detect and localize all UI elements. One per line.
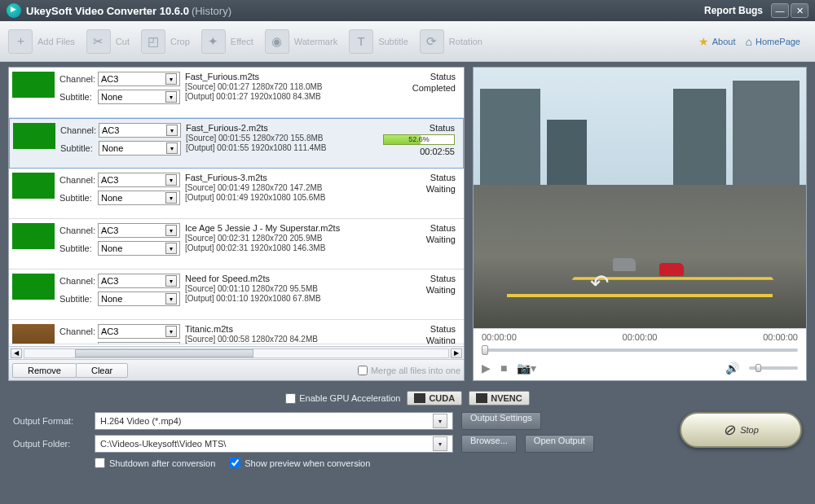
nvenc-badge[interactable]: NVENC — [469, 391, 530, 405]
effect-icon: ✦ — [201, 29, 226, 54]
volume-handle[interactable] — [756, 364, 761, 372]
cuda-badge[interactable]: CUDA — [407, 391, 462, 405]
status-header: Status — [430, 324, 456, 334]
file-thumbnail — [12, 274, 55, 300]
volume-slider[interactable] — [749, 366, 798, 370]
time-display: 00:00:00 00:00:00 00:00:00 — [474, 328, 806, 344]
merge-checkbox[interactable]: Merge all files into one — [358, 366, 460, 375]
cut-button[interactable]: ✂Cut — [83, 26, 138, 57]
rotation-icon: ⟳ — [420, 29, 444, 54]
time-mid: 00:00:00 — [623, 332, 658, 342]
file-source-info: [Source] 00:02:31 1280x720 205.9MB — [185, 234, 379, 243]
file-name: Need for Speed.m2ts — [185, 274, 379, 283]
play-button[interactable]: ▶ — [482, 362, 491, 375]
file-row[interactable]: Channel: AC3▾ Subtitle: None▾ Fast_Furio… — [9, 68, 464, 118]
preview-checkbox[interactable]: Show preview when conversion — [230, 458, 370, 468]
app-logo-icon — [7, 3, 21, 18]
history-label[interactable]: (History) — [192, 5, 231, 17]
preview-panel: ↶ 00:00:00 00:00:00 00:00:00 ▶ ■ 📷▾ 🔊 — [473, 67, 807, 381]
output-format-label: Output Format: — [13, 416, 86, 426]
progress-bar: 52.6% — [383, 134, 455, 145]
subtitle-label: Subtitle: — [60, 143, 96, 153]
chevron-down-icon: ▾ — [165, 174, 177, 186]
channel-label: Channel: — [59, 74, 95, 84]
list-footer: Remove Clear Merge all files into one — [9, 359, 464, 380]
output-format-select[interactable]: H.264 Video (*.mp4)▾ — [95, 412, 453, 430]
output-folder-select[interactable]: C:\Videos-Ukeysoft\Video MTS\▾ — [95, 435, 453, 453]
add-files-icon: ＋ — [8, 29, 33, 54]
chevron-down-icon: ▾ — [166, 142, 178, 154]
player-controls: ▶ ■ 📷▾ 🔊 — [474, 356, 806, 380]
stop-button[interactable]: ⊘Stop — [680, 412, 802, 448]
rotation-button[interactable]: ⟳Rotation — [416, 26, 491, 57]
shutdown-checkbox[interactable]: Shutdown after conversion — [95, 458, 215, 468]
scroll-left-icon[interactable]: ◀ — [11, 348, 22, 358]
toolbar: ＋Add Files ✂Cut ◰Crop ✦Effect ◉Watermark… — [0, 21, 815, 62]
homepage-link[interactable]: ⌂HomePage — [745, 35, 800, 48]
chevron-down-icon: ▾ — [165, 91, 177, 103]
file-thumbnail — [12, 173, 55, 199]
volume-icon[interactable]: 🔊 — [725, 362, 739, 375]
file-output-info: [Output] 00:01:49 1920x1080 105.6MB — [185, 193, 379, 202]
effect-button[interactable]: ✦Effect — [198, 26, 262, 57]
video-preview[interactable]: ↶ — [474, 68, 806, 328]
file-name: Fast_Furious-2.m2ts — [186, 123, 378, 133]
channel-select[interactable]: AC3▾ — [98, 72, 180, 86]
subtitle-icon: T — [349, 29, 373, 54]
file-row[interactable]: Channel: AC3▾ Subtitle: None▾ Titanic.m2… — [9, 320, 464, 344]
chevron-down-icon: ▾ — [165, 225, 177, 236]
channel-label: Channel: — [59, 327, 95, 336]
horizontal-scrollbar[interactable]: ◀ ▶ — [9, 346, 464, 359]
clear-button[interactable]: Clear — [76, 363, 128, 378]
status-value: Waiting — [426, 285, 456, 295]
channel-select[interactable]: AC3▾ — [98, 173, 180, 187]
channel-select[interactable]: AC3▾ — [98, 223, 180, 238]
crop-button[interactable]: ◰Crop — [138, 26, 198, 57]
subtitle-select[interactable]: None▾ — [98, 342, 180, 344]
output-folder-label: Output Folder: — [13, 439, 86, 449]
file-name: Ice Age 5 Jessie J - My Superstar.m2ts — [185, 223, 379, 233]
subtitle-select[interactable]: None▾ — [98, 191, 180, 205]
scroll-thumb[interactable] — [75, 349, 253, 357]
add-files-button[interactable]: ＋Add Files — [5, 26, 83, 57]
seek-handle[interactable] — [482, 345, 488, 355]
channel-select[interactable]: AC3▾ — [98, 324, 180, 339]
subtitle-select[interactable]: None▾ — [99, 141, 181, 156]
app-title: UkeySoft Video Converter 10.6.0 — [26, 5, 189, 17]
channel-select[interactable]: AC3▾ — [99, 123, 181, 138]
report-bugs-link[interactable]: Report Bugs — [704, 5, 763, 16]
chevron-down-icon: ▾ — [433, 436, 447, 451]
file-source-info: [Source] 00:01:49 1280x720 147.2MB — [185, 183, 379, 192]
file-row[interactable]: Channel: AC3▾ Subtitle: None▾ Fast_Furio… — [9, 169, 464, 219]
output-settings-button[interactable]: Output Settings — [461, 412, 541, 430]
gpu-checkbox[interactable]: Enable GPU Acceleration — [285, 393, 400, 404]
subtitle-select[interactable]: None▾ — [98, 241, 180, 256]
about-link[interactable]: ★About — [698, 35, 736, 48]
channel-select[interactable]: AC3▾ — [98, 274, 180, 288]
browse-button[interactable]: Browse... — [461, 435, 517, 453]
watermark-button[interactable]: ◉Watermark — [262, 26, 346, 57]
file-name: Fast_Furious-3.m2ts — [185, 173, 379, 182]
file-name: Titanic.m2ts — [185, 324, 379, 334]
channel-label: Channel: — [60, 125, 96, 135]
stop-playback-button[interactable]: ■ — [500, 362, 507, 375]
minimize-button[interactable]: — — [771, 3, 789, 18]
chevron-down-icon: ▾ — [165, 275, 177, 287]
file-row[interactable]: Channel: AC3▾ Subtitle: None▾ Fast_Furio… — [9, 118, 464, 169]
close-button[interactable]: ✕ — [791, 3, 808, 18]
remove-button[interactable]: Remove — [12, 363, 77, 378]
seek-slider[interactable] — [474, 344, 806, 356]
subtitle-select[interactable]: None▾ — [98, 90, 180, 104]
chevron-down-icon: ▾ — [165, 243, 177, 254]
open-output-button[interactable]: Open Output — [525, 435, 594, 453]
subtitle-button[interactable]: TSubtitle — [346, 26, 416, 57]
file-list-panel: Channel: AC3▾ Subtitle: None▾ Fast_Furio… — [8, 67, 465, 381]
scroll-right-icon[interactable]: ▶ — [451, 348, 462, 358]
scroll-track[interactable] — [24, 348, 449, 358]
titlebar: UkeySoft Video Converter 10.6.0 (History… — [0, 0, 815, 21]
file-row[interactable]: Channel: AC3▾ Subtitle: None▾ Need for S… — [9, 270, 464, 320]
snapshot-button[interactable]: 📷▾ — [517, 362, 536, 375]
file-output-info: [Output] 00:01:10 1920x1080 67.8MB — [185, 294, 379, 303]
subtitle-select[interactable]: None▾ — [98, 291, 180, 306]
file-row[interactable]: Channel: AC3▾ Subtitle: None▾ Ice Age 5 … — [9, 219, 464, 270]
